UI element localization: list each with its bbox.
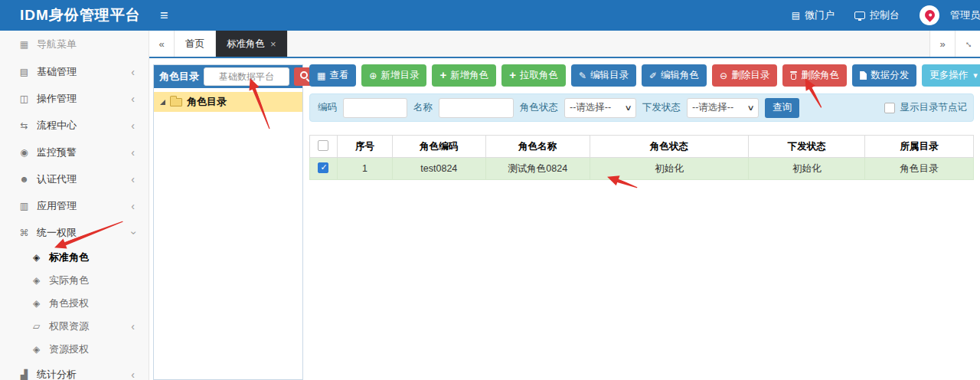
pull-role-button[interactable]: + 拉取角色 (501, 64, 566, 87)
query-button[interactable]: 查询 (765, 98, 799, 118)
more-actions-button[interactable]: 更多操作 ▾ (922, 64, 980, 87)
row-checkbox[interactable] (318, 162, 328, 173)
table-icon: ▦ (317, 71, 325, 80)
data-distribute-button[interactable]: 数据分发 (852, 64, 916, 87)
select-all-checkbox[interactable] (318, 140, 328, 151)
dispatch-status-select[interactable]: --请选择-- ∨ (687, 98, 759, 118)
col-seq: 序号 (337, 136, 392, 158)
edit-directory-button[interactable]: ✎ 编辑目录 (571, 64, 636, 87)
add-directory-button[interactable]: ⊕ 新增目录 (361, 64, 426, 87)
role-directory-panel: 角色目录 角色目录 (153, 64, 303, 380)
sidebar-item-resource-auth[interactable]: ◈ 资源授权 (0, 338, 149, 361)
console-link[interactable]: 控制台 (854, 8, 900, 22)
sidebar-item-stats-analysis[interactable]: ▟ 统计分析 ‹ (0, 361, 149, 380)
show-directory-checkbox-group: 显示目录节点记 (884, 94, 968, 121)
book-icon: ◫ (18, 93, 30, 104)
name-input[interactable] (439, 98, 514, 118)
plus-icon: + (439, 68, 446, 81)
console-label: 控制台 (870, 8, 900, 22)
tabbar-spacer (288, 31, 929, 57)
col-directory: 所属目录 (865, 136, 974, 158)
edit-role-button[interactable]: ✐ 编辑角色 (642, 64, 707, 87)
dispatch-status-label: 下发状态 (642, 101, 681, 114)
sidebar-item-process-center[interactable]: ⇆ 流程中心 ‹ (0, 112, 149, 139)
minus-circle-icon: ⊖ (720, 71, 727, 80)
sidebar-item-monitor-alert[interactable]: ◉ 监控预警 ‹ (0, 139, 149, 165)
tab-standard-role[interactable]: 标准角色 × (216, 31, 288, 57)
plus-icon: + (509, 68, 516, 81)
filter-bar: 编码 名称 角色状态 --请选择-- ∨ 下发状态 --请选择-- ∨ 查询 显… (309, 93, 974, 122)
chevron-left-icon: ‹ (131, 66, 135, 78)
sidebar-item-auth-proxy[interactable]: ☻ 认证代理 ‹ (0, 165, 149, 192)
sidebar-item-standard-role[interactable]: ◈ 标准角色 (0, 246, 149, 269)
col-role-name: 角色名称 (485, 136, 590, 158)
tab-bar: « 首页 标准角色 × » ↕ (149, 31, 980, 58)
show-directory-checkbox[interactable] (884, 103, 895, 113)
toolbar: ▦ 查看 ⊕ 新增目录 + 新增角色 + 拉取角色 ✎ 编辑目录 ✐ 编辑角色 … (309, 64, 974, 87)
portal-link[interactable]: ▤ 微门户 (792, 8, 835, 22)
tab-home[interactable]: 首页 (175, 31, 216, 57)
col-role-status: 角色状态 (590, 136, 749, 158)
show-directory-label: 显示目录节点记 (900, 101, 968, 114)
tree-expander-icon[interactable] (160, 100, 165, 105)
id-card-icon: ▤ (792, 10, 800, 21)
expand-icon: ↕ (962, 38, 973, 49)
row-select-cell (310, 158, 338, 180)
sidebar-item-unified-perm[interactable]: ⌘ 统一权限 ‹ (0, 219, 149, 246)
close-icon[interactable]: × (270, 38, 276, 50)
delete-role-button[interactable]: 删除角色 (782, 64, 847, 87)
select-caret-icon: ∨ (746, 103, 754, 112)
delete-directory-button[interactable]: ⊖ 删除目录 (712, 64, 777, 87)
plus-circle-icon: ⊕ (369, 71, 377, 80)
sidebar-item-ops-mgmt[interactable]: ◫ 操作管理 ‹ (0, 85, 149, 112)
user-name[interactable]: 管理员 (950, 8, 980, 22)
scroll-tabs-right-button[interactable]: » (929, 31, 955, 57)
sidebar-item-role-auth[interactable]: ◈ 角色授权 (0, 292, 149, 315)
sidebar-item-perm-resource[interactable]: ▱ 权限资源 ‹ (0, 315, 149, 338)
select-caret-icon: ∨ (624, 103, 632, 112)
table-row[interactable]: 1 test0824 测试角色0824 初始化 初始化 角色目录 (310, 158, 974, 180)
folder-icon: ▱ (31, 321, 42, 332)
double-chevron-right-icon: » (939, 38, 945, 50)
tag-icon: ◈ (31, 344, 42, 355)
app-title: IDM身份管理平台 (0, 5, 149, 25)
tree-panel-header: 角色目录 (154, 65, 302, 88)
chevron-left-icon: ‹ (131, 369, 135, 380)
double-chevron-left-icon: « (158, 38, 164, 50)
tag-icon: ◈ (31, 252, 42, 263)
cell-role-name: 测试角色0824 (485, 158, 590, 180)
card-icon: ▤ (18, 67, 30, 77)
top-navbar: IDM身份管理平台 ≡ ▤ 微门户 控制台 管理员 (0, 0, 980, 31)
view-button[interactable]: ▦ 查看 (309, 64, 356, 87)
name-label: 名称 (413, 101, 433, 114)
role-status-label: 角色状态 (520, 101, 558, 114)
user-avatar[interactable] (920, 5, 939, 25)
chevron-left-icon: ‹ (131, 320, 135, 332)
portal-label: 微门户 (805, 8, 835, 22)
sidebar-item-app-mgmt[interactable]: ▥ 应用管理 ‹ (0, 192, 149, 219)
cell-role-code: test0824 (392, 158, 485, 180)
sidebar-item-base-mgmt[interactable]: ▤ 基础管理 ‹ (0, 58, 149, 85)
code-label: 编码 (318, 101, 337, 114)
tree-search-input[interactable] (204, 67, 289, 86)
fullscreen-button[interactable]: ↕ (955, 31, 980, 57)
add-role-button[interactable]: + 新增角色 (432, 64, 496, 87)
role-status-select[interactable]: --请选择-- ∨ (564, 98, 636, 118)
chevron-left-icon: ‹ (131, 146, 135, 159)
tag-icon: ◈ (31, 298, 42, 309)
chevron-left-icon: ‹ (131, 120, 135, 132)
cell-directory: 角色目录 (865, 158, 974, 180)
nav-menu-header: ▦ 导航菜单 (0, 31, 149, 58)
main-content: ▦ 查看 ⊕ 新增目录 + 新增角色 + 拉取角色 ✎ 编辑目录 ✐ 编辑角色 … (309, 64, 974, 180)
sidebar-toggle-icon[interactable]: ≡ (160, 8, 168, 24)
code-input[interactable] (343, 98, 407, 118)
chevron-left-icon: ‹ (131, 173, 135, 185)
search-icon (300, 71, 309, 80)
role-table: 序号 角色编码 角色名称 角色状态 下发状态 所属目录 1 test0824 测… (309, 135, 974, 180)
sidebar-item-actual-role[interactable]: ◈ 实际角色 (0, 269, 149, 292)
scroll-tabs-left-button[interactable]: « (149, 31, 175, 57)
col-dispatch-status: 下发状态 (749, 136, 865, 158)
tag-icon: ◈ (31, 275, 42, 286)
pencil-icon: ✎ (579, 71, 586, 80)
tree-node-role-directory[interactable]: 角色目录 (154, 92, 302, 112)
